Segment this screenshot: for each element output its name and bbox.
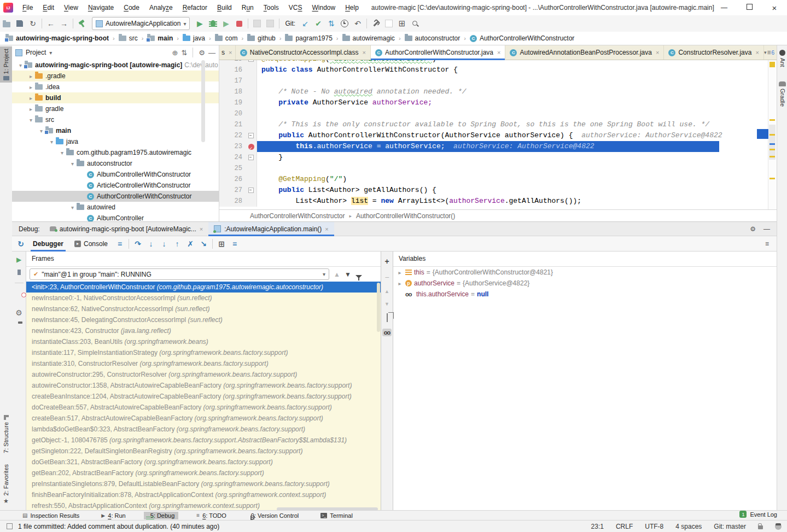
breadcrumb-item-pagram1975[interactable]: pagram1975 (285, 34, 332, 42)
gutter-line-number[interactable]: 19 (219, 97, 246, 108)
close-tab-icon[interactable]: × (656, 49, 659, 56)
tree-item-java[interactable]: ▾java (12, 136, 219, 147)
drop-frame-icon[interactable]: ✗ (184, 237, 197, 250)
tree-chevron-icon[interactable]: ▾ (68, 204, 77, 211)
thread-selector[interactable]: ✔ "main"@1 in group "main": RUNNING ▾ (30, 268, 329, 280)
gutter-fold-column[interactable] (246, 75, 257, 86)
expand-chevron-icon[interactable]: ▸ (397, 280, 403, 287)
git-push-icon[interactable]: ⇅ (325, 17, 338, 30)
editor-tab-nativeconstructoraccessorimpl-class[interactable]: CNativeConstructorAccessorImpl.class× (236, 45, 371, 60)
warning-mark[interactable] (769, 178, 775, 179)
menu-item-tools[interactable]: Tools (259, 1, 284, 15)
fold-icon[interactable] (248, 60, 254, 62)
tree-chevron-icon[interactable]: ▾ (68, 161, 77, 167)
breadcrumb-item-java[interactable]: java (183, 34, 205, 42)
variable-row-this-authorservice[interactable]: oothis.authorService = null (393, 289, 777, 300)
stack-frame[interactable]: getObject:-1, 1080476785 (org.springfram… (26, 435, 381, 446)
close-tab-icon[interactable]: × (363, 49, 366, 56)
tree-chevron-icon[interactable]: ▾ (58, 150, 66, 156)
remove-watch-icon[interactable]: − (384, 273, 389, 282)
breadcrumb-item-authorcontrollerwithconstructor[interactable]: CAuthorControllerWithConstructor (470, 34, 574, 42)
back-icon[interactable]: ← (44, 17, 57, 30)
encoding[interactable]: UTF-8 (645, 523, 663, 530)
prev-frame-icon[interactable]: ▲ (334, 271, 340, 278)
frames-vscrollbar[interactable] (377, 283, 380, 332)
gutter-line-number[interactable]: 18 (219, 86, 246, 97)
line-ending[interactable]: CRLF (616, 523, 633, 530)
maximize-button[interactable] (737, 4, 762, 11)
stack-frame[interactable]: newInstance0:-1, NativeConstructorAccess… (26, 293, 381, 303)
tree-item-build[interactable]: ▸build (12, 92, 219, 103)
code-editor[interactable]: 15@RequestMapping("authorswithconstructo… (219, 60, 777, 209)
debug-gear-icon[interactable]: ⚙ (15, 308, 22, 317)
debug-tab-autowiring-magic-spring-boot-autowiremagic[interactable]: autowiring-magic-spring-boot [AutowireMa… (44, 222, 209, 236)
stack-frame[interactable]: newInstance:45, DelegatingConstructorAcc… (26, 314, 381, 325)
close-tab-icon[interactable]: × (755, 49, 759, 56)
stack-frame[interactable]: preInstantiateSingletons:879, DefaultLis… (26, 478, 381, 489)
force-step-into-icon[interactable]: ↓ (158, 237, 171, 250)
restore-layout-icon[interactable]: ≡ (765, 240, 769, 248)
breakpoint-icon[interactable] (248, 144, 254, 150)
warning-mark[interactable] (769, 156, 775, 157)
gutter-line-number[interactable]: 21 (219, 119, 246, 130)
git-commit-icon[interactable]: ✔ (312, 17, 325, 30)
debug-tab-autowiremagicapplication-main[interactable]: :AutowireMagicApplication.main()× (208, 222, 334, 236)
stripe-favorites-button[interactable]: 2: Favorites ★ (0, 462, 12, 507)
editor-breadcrumb-item[interactable]: AuthorControllerWithConstructor (250, 212, 345, 220)
toolwindow-button-inspection-results[interactable]: ▤Inspection Results (19, 512, 83, 519)
run-button[interactable]: ▶ (193, 17, 206, 30)
evaluate-grid-icon[interactable]: ⊞ (395, 17, 409, 30)
code-line-20[interactable]: 20 (219, 108, 777, 119)
menu-item-view[interactable]: View (59, 1, 83, 15)
toolbar-layout-icon[interactable] (382, 17, 395, 30)
editor-tab-constructorresolver-java[interactable]: CConstructorResolver.java× (664, 45, 764, 60)
tree-item-src[interactable]: ▾src (12, 114, 219, 125)
code-line-25[interactable]: 25 (219, 163, 777, 174)
editor-breadcrumb-item[interactable]: AuthorControllerWithConstructor() (356, 212, 455, 220)
gutter-fold-column[interactable] (246, 119, 257, 130)
stack-frame[interactable]: <init>:23, AuthorControllerWithConstruct… (26, 282, 381, 293)
project-panel-title[interactable]: Project (26, 49, 46, 56)
breadcrumb-item-autoconstructor[interactable]: autoconstructor (405, 34, 460, 42)
breadcrumb-item-main[interactable]: main (147, 34, 173, 42)
stop-button[interactable] (232, 17, 246, 30)
gutter-fold-column[interactable] (246, 108, 257, 119)
rerun-icon[interactable]: ↻ (14, 237, 27, 250)
fold-icon[interactable] (248, 155, 254, 160)
code-line-18[interactable]: 18 /* Note - No autowired annotation nee… (219, 86, 777, 97)
view-tab-console[interactable]: ▸Console (69, 236, 113, 252)
run-to-cursor-icon[interactable]: ↘ (197, 237, 210, 250)
stack-frame[interactable]: instantiate:117, SimpleInstantiationStra… (26, 347, 381, 358)
close-tab-icon[interactable]: × (325, 226, 328, 232)
hidden-tabs-control[interactable]: ▾≡6 (764, 45, 777, 60)
menu-item-help[interactable]: Help (340, 1, 364, 15)
tree-item-gradle[interactable]: ▸gradle (12, 103, 219, 114)
rollback-icon[interactable]: ↶ (351, 17, 364, 30)
step-into-icon[interactable]: ↓ (144, 237, 158, 250)
save-all-icon[interactable] (13, 17, 26, 30)
gear-icon[interactable]: ⚙ (199, 49, 205, 57)
highlighting-level-icon[interactable] (775, 523, 782, 530)
tree-chevron-icon[interactable]: ▸ (27, 106, 35, 112)
menu-item-refactor[interactable]: Refactor (178, 1, 212, 15)
code-line-21[interactable]: 21 /* This is the only constructor avail… (219, 119, 777, 130)
gutter-line-number[interactable]: 25 (219, 163, 246, 174)
gutter-line-number[interactable]: 24 (219, 152, 246, 163)
search-icon[interactable] (409, 17, 422, 30)
breadcrumb-item-autowiremagic[interactable]: autowiremagic (342, 34, 395, 42)
indent-setting[interactable]: 4 spaces (675, 523, 702, 530)
build-hammer-icon[interactable] (75, 17, 89, 30)
wrench-icon[interactable] (369, 17, 382, 30)
gutter-fold-column[interactable] (246, 196, 257, 207)
stack-frame[interactable]: autowireConstructor:1358, AbstractAutowi… (26, 380, 381, 391)
gutter-line-number[interactable]: 20 (219, 108, 246, 119)
gutter-line-number[interactable]: 23 (219, 141, 246, 152)
move-watch-down-icon[interactable]: ▼ (384, 301, 389, 307)
scrollbar-thumb[interactable] (769, 125, 776, 160)
tree-item-gradle[interactable]: ▸.gradle (12, 71, 219, 81)
close-button[interactable]: × (762, 3, 787, 13)
toolwindow-button-terminal[interactable]: >_Terminal (317, 512, 357, 519)
editor-tab-s[interactable]: s× (219, 45, 236, 60)
menu-item-code[interactable]: Code (119, 1, 144, 15)
tree-item-autowired[interactable]: ▾autowired (12, 202, 219, 213)
